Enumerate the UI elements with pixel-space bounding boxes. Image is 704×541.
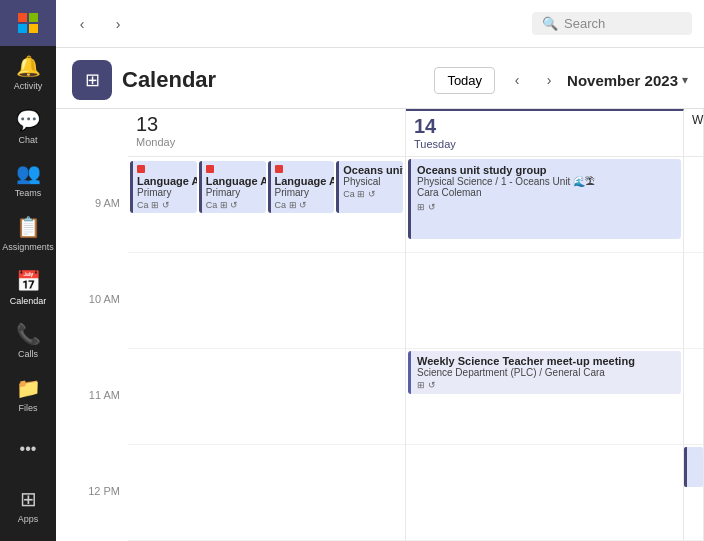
day-tuesday: 14 Tuesday Oceans unit study group Physi… <box>406 109 684 541</box>
monday-num: 13 <box>136 113 158 136</box>
svg-rect-1 <box>29 13 38 22</box>
sidebar-item-calls[interactable]: 📞 Calls <box>0 314 56 368</box>
sidebar-item-label: Teams <box>15 188 42 198</box>
search-placeholder: Search <box>564 16 605 31</box>
event-badge <box>275 165 283 173</box>
month-nav: ‹ › November 2023 ▾ <box>503 66 688 94</box>
sidebar-item-label: Chat <box>18 135 37 145</box>
event-badge <box>137 165 145 173</box>
tuesday-11am-slot: Weekly Science Teacher meet-up meeting S… <box>406 349 683 445</box>
day-next: W <box>684 109 704 541</box>
tuesday-10am-slot <box>406 253 683 349</box>
back-button[interactable]: ‹ <box>68 10 96 38</box>
tuesday-12pm-slot <box>406 445 683 541</box>
sidebar-bottom: ••• ⊞ Apps <box>0 421 56 541</box>
monday-name: Monday <box>136 136 175 148</box>
files-icon: 📁 <box>16 376 41 400</box>
calendar-title: Calendar <box>122 67 216 93</box>
partial-event <box>684 447 703 487</box>
calendar-header: ⊞ Calendar Today ‹ › November 2023 ▾ <box>56 48 704 109</box>
time-10am: 10 AM <box>56 301 128 397</box>
event-lang-arts-1[interactable]: Language Arts Primary Ca ⊞ ↺ <box>130 161 197 213</box>
calendar-grid: 9 AM 10 AM 11 AM 12 PM 13 Monday <box>56 109 704 541</box>
sidebar-item-label: Files <box>18 403 37 413</box>
calendar-nav: Today ‹ › November 2023 ▾ <box>434 66 688 94</box>
days-container: 13 Monday Language Arts Primary Ca ⊞ ↺ <box>128 109 704 541</box>
event-lang-arts-3[interactable]: Language Arts Primary Ca ⊞ ↺ <box>268 161 335 213</box>
monday-9am-slot: Language Arts Primary Ca ⊞ ↺ Language Ar… <box>128 157 405 253</box>
sidebar-item-label: Calendar <box>10 296 47 306</box>
next-day-header: W <box>684 109 703 157</box>
event-oceans-study-group[interactable]: Oceans unit study group Physical Science… <box>408 159 681 239</box>
forward-button[interactable]: › <box>104 10 132 38</box>
monday-12pm-slot <box>128 445 405 541</box>
sidebar-item-apps[interactable]: ⊞ Apps <box>0 477 56 533</box>
time-9am: 9 AM <box>56 205 128 301</box>
monday-11am-slot <box>128 349 405 445</box>
activity-icon: 🔔 <box>16 54 41 78</box>
sidebar-item-label: Calls <box>18 349 38 359</box>
sidebar-item-more[interactable]: ••• <box>0 421 56 477</box>
time-column: 9 AM 10 AM 11 AM 12 PM <box>56 109 128 541</box>
sidebar: 🔔 Activity 💬 Chat 👥 Teams 📋 Assignments … <box>0 0 56 541</box>
prev-month-button[interactable]: ‹ <box>503 66 531 94</box>
next-month-button[interactable]: › <box>535 66 563 94</box>
sidebar-item-label: Activity <box>14 81 43 91</box>
day-monday: 13 Monday Language Arts Primary Ca ⊞ ↺ <box>128 109 406 541</box>
monday-header: 13 Monday <box>128 109 405 157</box>
app-logo <box>0 0 56 46</box>
calendar-app-icon: ⊞ <box>72 60 112 100</box>
main-content: ‹ › 🔍 Search ⊞ Calendar Today ‹ › Novemb… <box>56 0 704 541</box>
monday-body: Language Arts Primary Ca ⊞ ↺ Language Ar… <box>128 157 405 541</box>
apps-icon: ⊞ <box>20 487 37 511</box>
next-day-body <box>684 157 703 541</box>
svg-rect-2 <box>18 24 27 33</box>
sidebar-item-activity[interactable]: 🔔 Activity <box>0 46 56 100</box>
search-icon: 🔍 <box>542 16 558 31</box>
time-12pm: 12 PM <box>56 493 128 541</box>
sidebar-item-assignments[interactable]: 📋 Assignments <box>0 207 56 261</box>
teams-icon: 👥 <box>16 161 41 185</box>
time-11am: 11 AM <box>56 397 128 493</box>
search-box[interactable]: 🔍 Search <box>532 12 692 35</box>
today-button[interactable]: Today <box>434 67 495 94</box>
chat-icon: 💬 <box>16 108 41 132</box>
svg-rect-3 <box>29 24 38 33</box>
event-lang-arts-2[interactable]: Language Arts Primary Ca ⊞ ↺ <box>199 161 266 213</box>
event-weekly-meeting[interactable]: Weekly Science Teacher meet-up meeting S… <box>408 351 681 394</box>
monday-10am-slot <box>128 253 405 349</box>
event-oceans-unit[interactable]: Oceans unit Physical Ca ⊞ ↺ <box>336 161 403 213</box>
tuesday-name: Tuesday <box>414 138 456 150</box>
month-label: November 2023 <box>567 72 678 89</box>
month-dropdown-icon[interactable]: ▾ <box>682 73 688 87</box>
calendar-icon: 📅 <box>16 269 41 293</box>
sidebar-item-calendar[interactable]: 📅 Calendar <box>0 260 56 314</box>
tuesday-header: 14 Tuesday <box>406 111 683 157</box>
calls-icon: 📞 <box>16 322 41 346</box>
tuesday-body: Oceans unit study group Physical Science… <box>406 157 683 541</box>
event-badge <box>206 165 214 173</box>
tuesday-num: 14 <box>414 115 436 138</box>
svg-rect-0 <box>18 13 27 22</box>
topbar: ‹ › 🔍 Search <box>56 0 704 48</box>
sidebar-item-label: Assignments <box>2 242 54 252</box>
apps-label: Apps <box>18 514 39 524</box>
sidebar-item-teams[interactable]: 👥 Teams <box>0 153 56 207</box>
tuesday-9am-slot: Oceans unit study group Physical Science… <box>406 157 683 253</box>
sidebar-item-files[interactable]: 📁 Files <box>0 367 56 421</box>
assignments-icon: 📋 <box>16 215 41 239</box>
sidebar-item-chat[interactable]: 💬 Chat <box>0 100 56 154</box>
